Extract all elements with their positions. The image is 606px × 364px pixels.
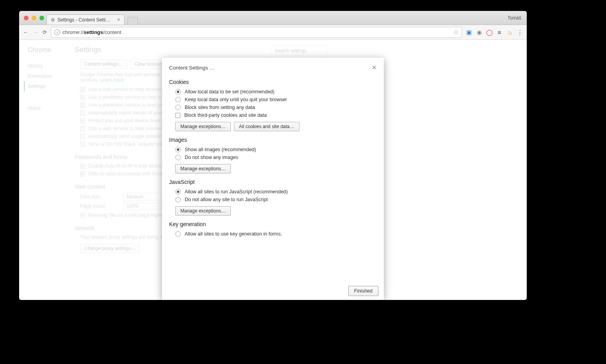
site-info-icon[interactable]: i — [54, 29, 60, 35]
window-controls — [19, 16, 44, 20]
modal-header: Content Settings … ✕ — [162, 58, 384, 75]
camera-icon[interactable]: ◉ — [476, 29, 482, 36]
radio-images-show[interactable]: Show all images (recommended) — [175, 147, 377, 152]
profile-label[interactable]: Tomáš — [508, 15, 521, 21]
bookmark-star-icon[interactable]: ☆ — [453, 29, 458, 36]
opera-icon[interactable]: ◯ — [486, 29, 492, 36]
group-heading-cookies: Cookies — [169, 79, 377, 85]
cookies-all-data-button[interactable]: All cookies and site data… — [234, 122, 299, 131]
cookies-manage-exceptions-button[interactable]: Manage exceptions… — [175, 122, 231, 131]
kebab-menu-icon[interactable]: ⋮ — [517, 29, 523, 36]
tab-strip: ⚙ Settings - Content Settings … ✕ — [46, 14, 138, 25]
modal-footer: Finished — [162, 282, 384, 300]
new-tab-button[interactable] — [128, 17, 138, 25]
buffer-icon[interactable]: ≡ — [496, 29, 503, 36]
forward-button: → — [33, 29, 38, 35]
toolbar: ← → ⟳ i chrome://settings/content ☆ ▣ ◉ … — [19, 25, 527, 40]
cast-icon[interactable]: ▣ — [466, 29, 472, 36]
radio-icon — [175, 105, 181, 110]
radio-icon — [175, 155, 181, 160]
radio-keygen-allow[interactable]: Allow all sites to use key generation in… — [175, 231, 377, 237]
radio-images-hide[interactable]: Do not show any images — [175, 155, 377, 160]
url-path: /content — [103, 29, 121, 35]
viewport: Chrome History Extensions Settings About… — [19, 40, 527, 300]
radio-icon — [175, 147, 181, 152]
radio-icon — [175, 231, 181, 237]
group-heading-javascript: JavaScript — [169, 179, 377, 185]
radio-icon — [175, 189, 181, 194]
modal-body: Cookies Allow local data to be set (reco… — [162, 75, 384, 282]
images-manage-exceptions-button[interactable]: Manage exceptions… — [175, 164, 231, 173]
finished-button[interactable]: Finished — [348, 286, 378, 296]
content-settings-modal: Content Settings … ✕ Cookies Allow local… — [162, 58, 384, 300]
titlebar: ⚙ Settings - Content Settings … ✕ Tomáš — [19, 11, 527, 25]
radio-cookies-allow[interactable]: Allow local data to be set (recommended) — [175, 89, 377, 95]
maximize-window-button[interactable] — [39, 16, 44, 20]
minimize-window-button[interactable] — [32, 16, 36, 20]
checkbox-block-third-party[interactable]: Block third-party cookies and site data — [175, 112, 377, 118]
group-heading-images: Images — [169, 137, 377, 143]
close-tab-icon[interactable]: ✕ — [117, 17, 120, 22]
url-scheme: chrome:// — [62, 29, 84, 35]
js-manage-exceptions-button[interactable]: Manage exceptions… — [175, 206, 231, 216]
flame-icon[interactable]: ♨ — [506, 29, 513, 36]
url-host: settings — [84, 29, 103, 35]
radio-js-allow[interactable]: Allow all sites to run JavaScript (recom… — [175, 189, 377, 194]
radio-js-block[interactable]: Do not allow any site to run JavaScript — [175, 197, 377, 202]
group-heading-keygen: Key generation — [169, 221, 377, 227]
gear-icon: ⚙ — [51, 17, 55, 23]
radio-icon — [175, 197, 181, 202]
browser-tab[interactable]: ⚙ Settings - Content Settings … ✕ — [46, 14, 125, 25]
url-text: chrome://settings/content — [62, 29, 121, 35]
close-window-button[interactable] — [24, 16, 29, 20]
modal-title: Content Settings … — [169, 65, 215, 71]
close-icon[interactable]: ✕ — [372, 64, 377, 71]
tab-title: Settings - Content Settings … — [57, 17, 113, 23]
address-bar[interactable]: i chrome://settings/content ☆ — [51, 27, 462, 38]
radio-icon — [175, 97, 181, 102]
radio-cookies-block[interactable]: Block sites from setting any data — [175, 105, 377, 110]
browser-window: ⚙ Settings - Content Settings … ✕ Tomáš … — [19, 11, 527, 300]
nav-buttons: ← → ⟳ — [23, 29, 47, 35]
back-button[interactable]: ← — [23, 29, 28, 35]
checkbox-icon — [175, 113, 180, 118]
radio-icon — [175, 89, 181, 95]
extension-icons: ▣ ◉ ◯ ≡ ♨ ⋮ — [466, 29, 523, 36]
reload-button[interactable]: ⟳ — [43, 29, 47, 35]
radio-cookies-session[interactable]: Keep local data only until you quit your… — [175, 97, 377, 102]
